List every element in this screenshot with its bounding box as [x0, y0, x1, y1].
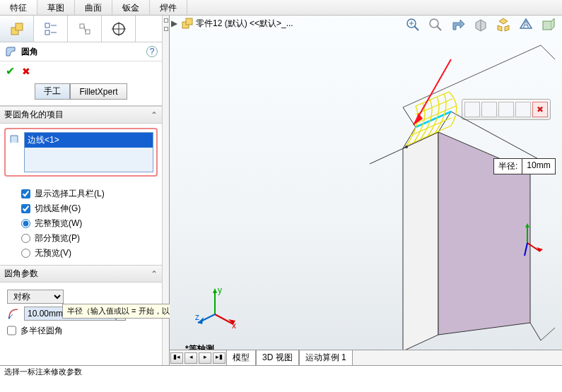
- svg-line-23: [541, 328, 555, 340]
- collapse-icon-2[interactable]: ⌃: [151, 269, 158, 279]
- rb-full-preview[interactable]: 完整预览(W): [21, 218, 155, 230]
- tab-surface[interactable]: 曲面: [75, 0, 112, 15]
- svg-line-30: [530, 323, 541, 340]
- section-params-title: 圆角参数: [4, 268, 38, 280]
- rb-partial-preview[interactable]: 部分预览(P): [21, 232, 155, 244]
- selected-edge-row[interactable]: 边线<1>: [25, 133, 153, 148]
- svg-text:x: x: [232, 321, 236, 330]
- filletxpert-tab[interactable]: FilletXpert: [70, 83, 127, 100]
- svg-rect-20: [543, 21, 551, 30]
- prev-view-icon[interactable]: [449, 16, 467, 34]
- fillet-icon: [4, 45, 17, 58]
- ctx-btn-2[interactable]: [481, 102, 497, 117]
- svg-rect-3: [45, 30, 49, 35]
- context-toolbar: ✖: [462, 99, 551, 120]
- view-orient-icon[interactable]: [494, 16, 513, 34]
- svg-text:y: y: [218, 286, 222, 295]
- command-manager-tabs: 特征 草图 曲面 钣金 焊件: [0, 0, 562, 16]
- svg-rect-6: [80, 24, 84, 28]
- nav-prev[interactable]: ◂: [185, 352, 197, 364]
- tab-sketch[interactable]: 草图: [37, 0, 75, 15]
- zoom-fit-icon[interactable]: [404, 16, 422, 34]
- ctx-btn-1[interactable]: [464, 102, 480, 117]
- nav-last[interactable]: ▸▮: [213, 352, 226, 364]
- tab-weldment[interactable]: 焊件: [150, 0, 187, 15]
- ctx-btn-4[interactable]: [515, 102, 531, 117]
- callout-value[interactable]: 10mm: [522, 159, 554, 174]
- svg-marker-24: [403, 132, 438, 351]
- svg-point-12: [8, 317, 11, 319]
- fm-tab-4[interactable]: [102, 16, 136, 42]
- rb-no-preview[interactable]: 无预览(V): [21, 247, 155, 259]
- svg-line-16: [414, 26, 418, 30]
- ok-button[interactable]: ✔: [6, 64, 15, 78]
- tab-sheetmetal[interactable]: 钣金: [112, 0, 150, 15]
- fm-tab-2[interactable]: [34, 16, 68, 42]
- cb-tangent[interactable]: 切线延伸(G): [21, 203, 155, 215]
- feature-title: 圆角: [21, 46, 38, 58]
- radius-icon: [7, 307, 20, 320]
- radius-callout[interactable]: 半径: 10mm: [493, 158, 556, 174]
- symmetric-select[interactable]: 对称: [7, 290, 64, 304]
- svg-point-35: [405, 145, 408, 148]
- help-button[interactable]: ?: [146, 46, 158, 57]
- heads-up-toolbar: A: [404, 16, 558, 34]
- graphics-viewport[interactable]: ▶ 零件12 (默认) <<默认>_... A ✖: [170, 16, 562, 365]
- svg-line-8: [84, 26, 86, 32]
- svg-line-27: [403, 107, 416, 127]
- svg-line-18: [437, 26, 441, 30]
- breadcrumb-part[interactable]: 零件12 (默认) <<默认>_...: [196, 18, 293, 30]
- motion-tabs: ▮◂ ◂ ▸ ▸▮ 模型 3D 视图 运动算例 1: [170, 350, 562, 365]
- cb-show-toolbar[interactable]: 显示选择工具栏(L): [21, 188, 155, 200]
- cb-multi-radius[interactable]: 多半径圆角: [7, 323, 155, 338]
- part-icon: [180, 17, 193, 30]
- svg-line-22: [541, 45, 555, 59]
- cancel-button[interactable]: ✖: [22, 66, 30, 77]
- ctx-btn-3[interactable]: [498, 102, 514, 117]
- nav-first[interactable]: ▮◂: [170, 352, 183, 364]
- manual-tab[interactable]: 手工: [35, 83, 70, 100]
- fm-tab-1[interactable]: [0, 16, 34, 42]
- items-highlight-box: 边线<1>: [4, 128, 158, 177]
- radius-tooltip: 半径（输入值或以 = 开始，以创建方程式）: [62, 304, 162, 319]
- tab-3dview[interactable]: 3D 视图: [256, 350, 299, 365]
- ctx-close-icon[interactable]: ✖: [532, 102, 548, 117]
- svg-line-21: [403, 45, 541, 107]
- svg-marker-39: [537, 247, 543, 251]
- tab-model[interactable]: 模型: [226, 350, 256, 365]
- svg-rect-2: [45, 23, 49, 28]
- svg-marker-33: [414, 113, 423, 125]
- tab-motion[interactable]: 运动算例 1: [299, 350, 353, 365]
- feature-manager-tabs: [0, 16, 162, 42]
- svg-line-34: [370, 147, 406, 164]
- fm-tab-3[interactable]: [68, 16, 102, 42]
- collapse-icon[interactable]: ⌃: [151, 110, 158, 120]
- breadcrumb-arrow[interactable]: ▶: [171, 18, 177, 28]
- callout-label: 半径:: [494, 159, 522, 174]
- section-items-title: 要圆角化的项目: [4, 109, 64, 121]
- section-view-icon[interactable]: [472, 16, 490, 34]
- svg-marker-37: [525, 223, 529, 227]
- hide-show-icon[interactable]: [539, 16, 558, 34]
- svg-rect-1: [16, 23, 23, 30]
- svg-text:z: z: [195, 312, 199, 322]
- svg-marker-42: [213, 288, 217, 293]
- svg-line-44: [215, 314, 233, 324]
- svg-line-32: [414, 59, 451, 125]
- svg-text:A: A: [523, 20, 529, 30]
- svg-rect-14: [186, 18, 192, 25]
- display-style-icon[interactable]: A: [517, 16, 535, 34]
- edge-icon: [8, 132, 21, 145]
- svg-line-38: [527, 243, 540, 251]
- view-triad: y x z: [195, 286, 239, 330]
- svg-rect-7: [86, 30, 90, 34]
- selection-list[interactable]: 边线<1>: [24, 132, 153, 172]
- status-bar: 选择一标注来修改参数: [0, 365, 562, 378]
- nav-next[interactable]: ▸: [199, 352, 211, 364]
- svg-line-31: [416, 112, 451, 127]
- zoom-area-icon[interactable]: [426, 16, 445, 34]
- svg-line-40: [525, 243, 527, 256]
- svg-marker-26: [403, 112, 451, 148]
- tab-feature[interactable]: 特征: [0, 0, 37, 15]
